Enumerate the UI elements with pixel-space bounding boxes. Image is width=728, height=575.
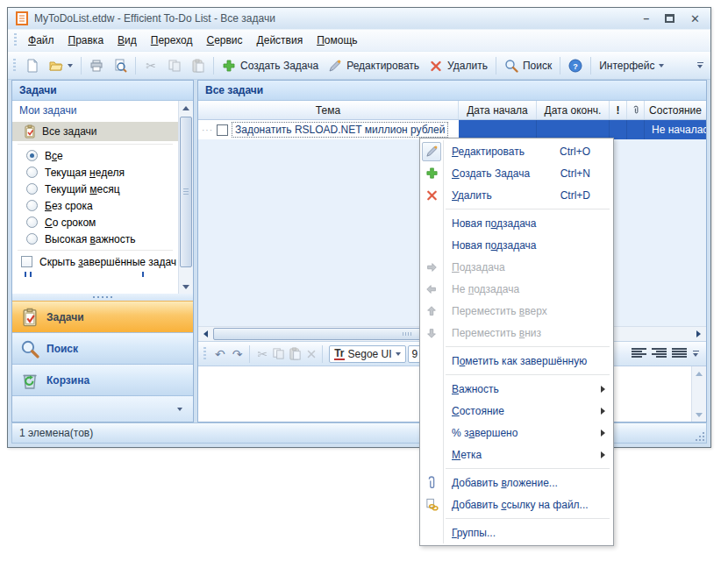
column-header-priority[interactable]: !: [610, 101, 627, 119]
menu-actions[interactable]: Действия: [250, 31, 310, 50]
filter-radio-current-month[interactable]: Текущий месяц: [12, 181, 178, 197]
context-menu-item-create-task[interactable]: Создать Задача Ctrl+N: [420, 162, 613, 184]
table-header: Тема Дата начала Дата оконч. ! Состояние: [198, 101, 706, 120]
filter-radio-current-week[interactable]: Текущая неделя: [12, 164, 178, 181]
scroll-down-icon[interactable]: [692, 408, 706, 422]
close-icon[interactable]: ✕: [690, 12, 700, 25]
note-scrollbar[interactable]: [691, 366, 706, 422]
context-menu-item-groups[interactable]: Группы...: [420, 522, 613, 543]
filter-radio-all[interactable]: Все: [12, 147, 178, 164]
menu-view[interactable]: Вид: [111, 31, 144, 50]
context-menu-item-unmake-subtask[interactable]: Не подзадача: [420, 278, 613, 300]
menu-tools[interactable]: Сервис: [199, 31, 249, 50]
scissors-icon: ✂: [144, 59, 158, 73]
context-menu-item-label[interactable]: Метка: [420, 444, 613, 465]
context-menu-item-new-subtask-1[interactable]: Новая подзадача: [420, 212, 613, 234]
toolbar-grip: [13, 59, 16, 73]
undo-icon[interactable]: ↶: [212, 347, 228, 361]
context-menu-item-move-up[interactable]: Переместить вверх: [420, 300, 613, 322]
context-menu-item-new-subtask-2[interactable]: Новая подзадача: [420, 234, 613, 256]
item-count-text: 1 элемена(тов): [19, 427, 93, 439]
menu-go[interactable]: Переход: [144, 31, 200, 50]
submenu-arrow-icon: [601, 386, 605, 393]
context-menu-item-percent-complete[interactable]: % завершено: [420, 422, 613, 444]
nav-button-recycle-bin[interactable]: Корзина: [12, 364, 193, 395]
hide-completed-checkbox[interactable]: Скрыть завершённые задач: [12, 253, 178, 270]
print-preview-button[interactable]: [109, 56, 132, 75]
create-task-button[interactable]: Создать Задача: [218, 56, 323, 75]
filter-radio-with-due[interactable]: Со сроком: [12, 214, 178, 231]
redo-icon[interactable]: ↷: [230, 347, 246, 361]
menu-edit[interactable]: Правка: [61, 31, 111, 50]
scrollbar-thumb[interactable]: [180, 117, 192, 267]
context-menu-item-make-subtask[interactable]: Подзадача: [420, 256, 613, 278]
column-header-status[interactable]: Состояние: [645, 101, 706, 119]
search-icon: [20, 339, 39, 358]
new-file-button[interactable]: [21, 56, 44, 75]
cut-icon[interactable]: ✂: [254, 347, 270, 361]
task-row[interactable]: ··· Задонатить RSLOAD.NET миллион рублей…: [198, 120, 706, 139]
sidebar-panel-header: Задачи: [12, 81, 193, 101]
context-menu-item-add-file-link[interactable]: Добавить ссылку на файл...: [420, 493, 613, 515]
scroll-down-icon[interactable]: [179, 280, 193, 294]
context-menu-item-state[interactable]: Состояние: [420, 400, 613, 422]
maximize-icon[interactable]: [665, 14, 674, 23]
resize-grip[interactable]: [693, 429, 704, 441]
task-subject-cell[interactable]: ··· Задонатить RSLOAD.NET миллион рублей: [198, 120, 459, 139]
open-folder-icon: [49, 59, 63, 73]
context-menu-item-add-attachment[interactable]: Добавить вложение...: [420, 472, 613, 493]
scroll-up-icon[interactable]: [179, 101, 193, 115]
search-icon: [504, 59, 518, 73]
nav-collapse-bar[interactable]: [12, 395, 193, 422]
column-header-end-date[interactable]: Дата оконч.: [537, 101, 610, 119]
scroll-left-icon[interactable]: [198, 327, 213, 341]
help-button[interactable]: ?: [564, 56, 587, 75]
context-menu-item-mark-completed[interactable]: Пометить как завершённую: [420, 350, 613, 372]
all-tasks-item[interactable]: Все задачи: [12, 122, 178, 141]
radio-icon: [26, 200, 38, 211]
copy-icon[interactable]: [272, 347, 285, 360]
toolbar-overflow-button[interactable]: [695, 62, 705, 68]
copy-button[interactable]: [163, 56, 186, 75]
sidebar-scrollbar[interactable]: [178, 101, 193, 294]
scroll-right-icon[interactable]: [691, 327, 706, 341]
column-header-attachment[interactable]: [627, 101, 645, 119]
nav-button-tasks[interactable]: Задачи: [12, 301, 193, 332]
toolbar-overflow-button[interactable]: [690, 351, 701, 357]
clear-x-icon[interactable]: [305, 348, 318, 360]
print-button[interactable]: [85, 56, 108, 75]
font-family-select[interactable]: Tr Segoe UI: [329, 345, 405, 363]
align-right-icon[interactable]: [652, 348, 667, 359]
align-justify-icon[interactable]: [672, 348, 687, 359]
delete-task-button[interactable]: Удалить: [425, 56, 492, 75]
context-menu-item-move-down[interactable]: Переместить вниз: [420, 322, 613, 344]
paste-icon[interactable]: [289, 347, 302, 360]
edit-task-button[interactable]: Редактировать: [324, 56, 424, 75]
filter-radio-high-importance[interactable]: Высокая важность: [12, 231, 178, 247]
checkbox-icon: [21, 256, 32, 267]
sidebar-splitter-handle[interactable]: [12, 294, 193, 301]
context-menu-item-delete[interactable]: Удалить Ctrl+D: [420, 184, 613, 206]
filter-radio-no-due[interactable]: Без срока: [12, 197, 178, 214]
menu-help[interactable]: Помощь: [310, 31, 364, 50]
shortcut-label: Ctrl+D: [560, 189, 613, 202]
column-header-subject[interactable]: Тема: [198, 101, 459, 119]
scroll-up-icon[interactable]: [692, 366, 706, 380]
align-left-icon[interactable]: [632, 348, 646, 359]
file-link-icon: [420, 493, 444, 515]
red-x-icon: [429, 59, 443, 73]
context-menu-item-importance[interactable]: Важность: [420, 378, 613, 400]
title-bar[interactable]: MyToDoList.etdw - Efficient To-Do List -…: [8, 8, 710, 30]
menu-file[interactable]: Файл: [21, 31, 61, 50]
interface-dropdown[interactable]: Интерфейс: [595, 57, 668, 75]
context-menu-item-edit[interactable]: Редактировать Ctrl+O: [420, 140, 613, 162]
search-button[interactable]: Поиск: [500, 56, 556, 75]
task-attachment-cell: [627, 120, 645, 139]
nav-button-search[interactable]: Поиск: [12, 332, 193, 364]
minimize-icon[interactable]: –: [643, 12, 649, 25]
task-checkbox[interactable]: [217, 124, 228, 136]
paste-button[interactable]: [187, 56, 210, 75]
cut-button[interactable]: ✂: [139, 56, 162, 75]
open-file-button[interactable]: [45, 56, 77, 75]
column-header-start-date[interactable]: Дата начала: [459, 101, 537, 119]
